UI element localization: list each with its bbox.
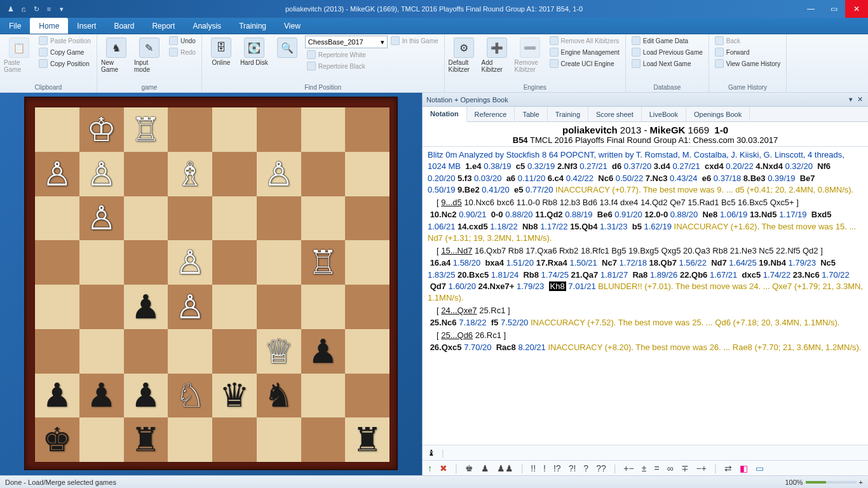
arrow-up-icon[interactable]: ↑ [428,463,432,473]
close-button[interactable]: ✕ [845,0,868,18]
square[interactable] [257,417,301,462]
square[interactable] [124,329,168,374]
online-button[interactable]: 🗄Online [206,36,236,66]
zoom-control[interactable]: 100% + [785,478,863,486]
square[interactable]: ♟ [124,374,168,418]
redo-button[interactable]: Redo [167,47,198,57]
square[interactable] [35,196,79,241]
chess-board[interactable]: ♔♖♙♙♗♙♙♙♖♟♙♕♟♟♟♟♘♛♞♚♜♜ [34,107,390,463]
square[interactable] [345,329,390,374]
tab-reference[interactable]: Reference [467,107,515,121]
minimize-button[interactable]: — [799,0,822,18]
square[interactable] [35,329,79,374]
square[interactable]: ♟ [301,329,346,374]
square[interactable]: ♚ [35,417,79,462]
remove-all-kibitzers-button[interactable]: Remove All Kibitzers [548,36,621,46]
tab-training-sub[interactable]: Training [548,107,588,121]
square[interactable] [212,196,257,241]
tab-report[interactable]: Report [143,18,184,34]
good-move-icon[interactable]: !! [531,463,536,473]
paste-position-button[interactable]: Paste Position [37,36,93,46]
eval-white-better-icon[interactable]: ± [642,463,647,473]
bad-move-icon[interactable]: ? [583,463,588,473]
square[interactable] [345,196,390,241]
ok-move-icon[interactable]: ! [543,463,546,473]
square[interactable] [301,417,346,462]
eval-white-winning-icon[interactable]: +− [623,463,634,473]
swap-icon[interactable]: ⇄ [724,463,732,473]
qat-icon[interactable]: ▾ [57,4,66,13]
square[interactable]: ♙ [257,152,301,196]
square[interactable] [168,107,212,152]
copy-game-button[interactable]: Copy Game [37,47,93,57]
square[interactable]: ♜ [124,417,168,462]
qat-icon[interactable]: ⎌ [19,4,28,13]
square[interactable] [35,107,79,152]
square[interactable] [79,329,124,374]
square[interactable] [257,285,301,329]
square[interactable] [301,196,346,241]
delete-branch-icon[interactable]: ✖ [440,463,447,473]
square[interactable] [35,240,79,285]
harddisk-button[interactable]: 💽Hard Disk [239,36,269,66]
forward-button[interactable]: Forward [713,47,782,57]
tab-analysis[interactable]: Analysis [184,18,230,34]
square[interactable] [79,285,124,329]
square[interactable] [212,417,257,462]
square[interactable] [35,285,79,329]
pieces-icon[interactable]: ♟♟ [497,463,513,473]
square[interactable]: ♙ [168,285,212,329]
tab-insert[interactable]: Insert [68,18,105,34]
square[interactable] [79,240,124,285]
create-uci-engine-button[interactable]: Create UCI Engine [548,58,621,69]
square[interactable] [124,152,168,196]
undo-button[interactable]: Undo [167,36,198,46]
load-prev-game-button[interactable]: Load Previous Game [630,47,705,57]
add-kibitzer-button[interactable]: ➕Add Kibitzer [482,36,512,73]
square[interactable] [345,107,390,152]
tab-file[interactable]: File [0,18,30,34]
repertoire-white-button[interactable]: Repertoire White [305,50,388,60]
eval-black-winning-icon[interactable]: −+ [696,463,707,473]
load-next-game-button[interactable]: Load Next Game [630,58,705,69]
square[interactable] [345,374,390,418]
square[interactable] [124,240,168,285]
square[interactable]: ♕ [257,329,301,374]
square[interactable]: ♔ [79,107,124,152]
database-combo[interactable]: ChessBase_2017▾ [305,36,388,48]
square[interactable] [168,196,212,241]
square[interactable] [79,417,124,462]
square[interactable]: ♛ [212,374,257,418]
maximize-button[interactable]: ▭ [822,0,845,18]
note-icon[interactable]: ▭ [756,463,764,473]
square[interactable] [212,107,257,152]
zoom-slider[interactable] [806,481,857,484]
square[interactable]: ♙ [79,196,124,241]
square[interactable] [301,152,346,196]
engine-management-button[interactable]: Engine Management [548,47,621,57]
square[interactable] [301,374,346,418]
remove-kibitzer-button[interactable]: ➖Remove Kibitzer [515,36,545,73]
pane-close-icon[interactable]: ✕ [855,95,864,104]
square[interactable]: ♗ [168,152,212,196]
paste-game-button[interactable]: 📋Paste Game [4,36,34,73]
blunder-icon[interactable]: ?? [596,463,606,473]
eval-unclear-icon[interactable]: ∞ [667,463,674,473]
square[interactable] [124,196,168,241]
square[interactable] [168,329,212,374]
tab-score-sheet[interactable]: Score sheet [588,107,642,121]
tab-table[interactable]: Table [515,107,547,121]
zoom-in-icon[interactable]: + [859,478,863,486]
repertoire-black-button[interactable]: Repertoire Black [305,61,388,71]
square[interactable]: ♟ [124,285,168,329]
square[interactable] [168,417,212,462]
square[interactable]: ♖ [124,107,168,152]
copy-position-button[interactable]: Copy Position [37,58,93,69]
back-button[interactable]: Back [713,36,782,46]
square[interactable]: ♙ [79,152,124,196]
square[interactable] [257,240,301,285]
tab-view[interactable]: View [275,18,309,34]
square[interactable] [212,152,257,196]
square[interactable]: ♖ [301,240,346,285]
qat-icon[interactable]: ↻ [32,4,41,13]
